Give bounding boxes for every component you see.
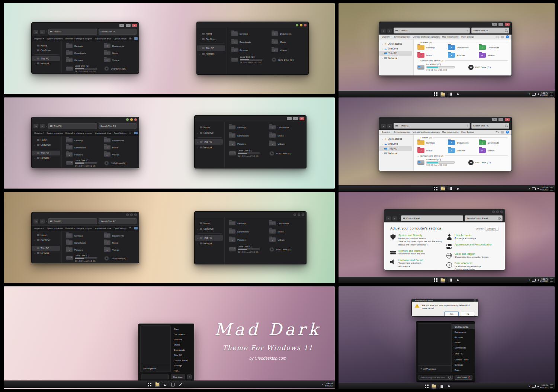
toolbar-organize[interactable]: Organize▾	[34, 38, 44, 40]
minimize-button[interactable]	[119, 24, 124, 27]
folder-item-downloads[interactable]: ↓Downloads	[479, 45, 508, 50]
titlebar[interactable]	[197, 22, 308, 28]
shutdown-button[interactable]: Shut down	[455, 375, 472, 380]
taskbar-clock[interactable]: 5:22 PM4/10/2022	[540, 384, 548, 389]
toolbar-system-properties[interactable]: System properties	[46, 227, 62, 229]
folder-item-downloads[interactable]: ↓Downloads	[66, 240, 102, 245]
folder-item-documents[interactable]: ≡Documents	[104, 233, 135, 238]
sidebar-item-network[interactable]: ›Network	[32, 251, 61, 256]
sidebar-item-quick-access[interactable]: ›★Quick access	[379, 41, 413, 46]
pen-taskbar-icon[interactable]	[178, 382, 183, 387]
preview-pane-icon[interactable]	[501, 36, 504, 38]
sidebar-item-onedrive[interactable]: ›OneDrive	[197, 36, 227, 42]
sidebar-item-network[interactable]: ›Network	[195, 241, 224, 246]
sidebar-item-onedrive[interactable]: ›OneDrive	[32, 48, 61, 53]
view-options-icon[interactable]: ☰▾	[129, 132, 132, 134]
start-menu-item-music[interactable]: Music	[171, 342, 194, 347]
sidebar-item-quick-access[interactable]: ›★Quick access	[379, 136, 413, 141]
start-menu-item-documents[interactable]: Documents	[171, 331, 194, 337]
search-box[interactable]: Search This PC	[471, 28, 509, 33]
back-button[interactable]: ◂	[386, 216, 391, 221]
view-options-icon[interactable]: ☰▾	[496, 36, 499, 38]
back-button[interactable]: ◂	[381, 124, 386, 128]
close-button[interactable]	[304, 24, 307, 26]
search-box[interactable]: Search This PC	[99, 123, 137, 129]
drive-item-local-disk[interactable]: Local Disk (C:)34.1 GB free of 59.2 GB	[229, 150, 267, 157]
minimize-button[interactable]	[126, 213, 129, 216]
folder-item-pictures[interactable]: ▴Pictures	[66, 247, 102, 252]
folder-item-documents[interactable]: ≡Documents	[448, 140, 477, 145]
toolbar-system-properties[interactable]: System properties	[394, 131, 410, 133]
back-button[interactable]: ◂	[381, 29, 386, 33]
sidebar-item-this-pc[interactable]: ›This PC	[379, 51, 412, 56]
minimize-button[interactable]	[294, 213, 296, 216]
maximize-button[interactable]	[300, 24, 302, 26]
task-view-taskbar-icon[interactable]	[448, 92, 453, 97]
maximize-button[interactable]	[298, 213, 300, 216]
address-bar[interactable]: Control Panel	[401, 215, 463, 221]
sidebar-item-home[interactable]: Home	[32, 138, 61, 142]
start-menu-item-music[interactable]: Music	[452, 340, 475, 345]
start-menu-item-pictures[interactable]: Pictures	[171, 337, 194, 342]
sidebar-item-home[interactable]: Home	[195, 221, 224, 226]
titlebar[interactable]	[195, 116, 306, 122]
preview-pane-icon[interactable]	[134, 37, 138, 40]
folder-item-pictures[interactable]: ▴Pictures	[229, 237, 267, 242]
folder-item-documents[interactable]: ≡Documents	[448, 45, 477, 50]
file-explorer-taskbar-icon[interactable]	[440, 186, 445, 191]
drive-item-local-disk[interactable]: Local Disk (C:)34.1 GB free of 59.2 GB	[229, 245, 267, 253]
toolbar-system-properties[interactable]: System properties	[394, 36, 410, 38]
folder-item-desktop[interactable]: Desktop	[417, 140, 446, 145]
sidebar-item-onedrive[interactable]: ›OneDrive	[32, 142, 61, 147]
close-button[interactable]	[132, 24, 137, 27]
folder-item-pictures[interactable]: ▴Pictures	[448, 148, 477, 153]
volume-tray-icon[interactable]	[537, 93, 539, 95]
folder-item-documents[interactable]: ≡Documents	[272, 31, 305, 36]
view-options-icon[interactable]: ☰▾	[496, 131, 499, 134]
notification-center-icon[interactable]	[550, 385, 553, 388]
maximize-button[interactable]	[498, 118, 503, 121]
start-menu-item-documents[interactable]: Documents	[452, 329, 475, 334]
start-menu-item-control-panel[interactable]: Control Panel	[171, 357, 194, 363]
toolbar-map-network-drive[interactable]: Map network drive	[95, 227, 111, 229]
maximize-button[interactable]	[130, 118, 133, 121]
group-header-folders[interactable]: ⌄Folders (6)	[417, 136, 508, 139]
category-link[interactable]: System and Security	[398, 234, 442, 237]
sidebar-item-this-pc[interactable]: ›This PC	[379, 146, 412, 151]
toolbar-uninstall-program[interactable]: Uninstall or change a program	[65, 227, 92, 229]
sidebar-item-network[interactable]: ›Network	[32, 61, 61, 66]
folder-item-music[interactable]: ♪Music	[417, 53, 446, 58]
folder-item-videos[interactable]: ▸Videos	[479, 148, 508, 153]
app-taskbar-icon[interactable]	[455, 186, 460, 191]
tray-chevron-icon[interactable]: ∧	[529, 385, 530, 388]
folder-item-downloads[interactable]: ↓Downloads	[66, 145, 102, 150]
notification-center-icon[interactable]	[550, 279, 553, 282]
search-box[interactable]: Search This PC	[99, 29, 137, 35]
toolbar-organize[interactable]: Organize▾	[382, 36, 391, 38]
close-button[interactable]	[500, 211, 503, 213]
minimize-button[interactable]	[492, 211, 495, 213]
start-button[interactable]	[433, 186, 438, 191]
task-view-taskbar-icon[interactable]	[439, 384, 444, 389]
network-tray-icon[interactable]	[532, 187, 536, 190]
sidebar-item-home[interactable]: Home	[32, 43, 61, 48]
category-link[interactable]: Clock and Region	[455, 253, 488, 255]
folder-item-documents[interactable]: ≡Documents	[269, 125, 302, 129]
titlebar[interactable]	[32, 117, 139, 122]
start-button[interactable]	[147, 382, 152, 387]
folder-item-pictures[interactable]: ▴Pictures	[448, 53, 477, 58]
group-header-devices[interactable]: ⌄Devices and drives (2)	[417, 154, 508, 157]
back-button[interactable]: ◂	[33, 30, 38, 34]
toolbar-open-settings[interactable]: Open Settings	[114, 132, 126, 134]
taskbar-clock[interactable]: 5:22 PM4/10/2022	[540, 186, 548, 191]
address-bar[interactable]: This PC	[48, 123, 97, 129]
folder-item-desktop[interactable]: Desktop	[66, 44, 102, 48]
notification-center-icon[interactable]	[550, 187, 553, 190]
toolbar-organize[interactable]: Organize▾	[382, 131, 391, 133]
toolbar-uninstall-program[interactable]: Uninstall or change a program	[413, 36, 440, 38]
drive-item-dvd[interactable]: DVD Drive (D:)	[468, 63, 508, 71]
folder-item-videos[interactable]: ▸Videos	[479, 53, 508, 58]
address-bar[interactable]: ›This PC∨	[394, 123, 470, 129]
shutdown-button[interactable]: Shut down	[171, 375, 185, 379]
taskbar-clock[interactable]: 4:48 PM3/30/2023	[325, 382, 333, 387]
